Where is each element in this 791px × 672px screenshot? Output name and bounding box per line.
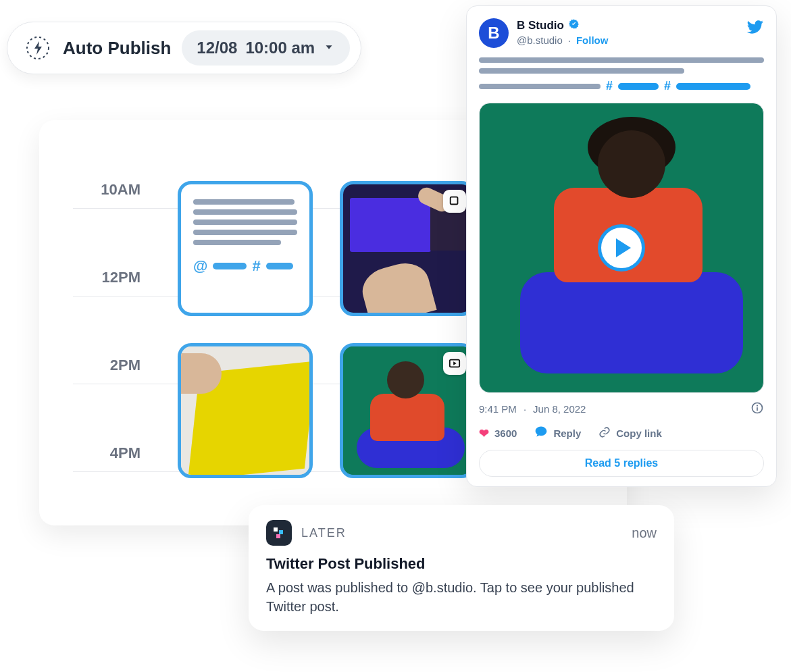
- reply-icon: [534, 425, 548, 442]
- tweet-author-name[interactable]: B Studio: [517, 19, 564, 32]
- schedule-selector[interactable]: 12/08 10:00 am: [182, 30, 350, 66]
- time-label: 2PM: [39, 357, 141, 374]
- svg-rect-5: [757, 407, 758, 411]
- toast-time: now: [632, 525, 657, 541]
- toast-title: Twitter Post Published: [266, 555, 657, 573]
- reply-label: Reply: [553, 428, 581, 439]
- tweet-date: Jun 8, 2022: [533, 403, 586, 415]
- later-app-icon: [266, 520, 292, 546]
- scheduled-post-image[interactable]: [340, 181, 475, 316]
- video-icon: [443, 352, 466, 375]
- hashtag-icon: #: [252, 257, 260, 275]
- heart-icon: ❤: [479, 426, 489, 441]
- svg-point-4: [757, 405, 758, 407]
- copy-link-button[interactable]: Copy link: [598, 426, 662, 441]
- schedule-time: 10:00 am: [245, 38, 315, 57]
- bolt-icon: [24, 34, 52, 62]
- tweet-handle[interactable]: @b.studio: [517, 34, 563, 46]
- link-icon: [598, 426, 611, 441]
- follow-link[interactable]: Follow: [576, 34, 609, 46]
- chevron-down-icon: [323, 38, 335, 57]
- time-label: 12PM: [39, 269, 141, 286]
- schedule-date: 12/08: [197, 38, 237, 57]
- verified-icon: [568, 18, 580, 33]
- twitter-icon: [746, 18, 764, 38]
- tweet-text: # #: [479, 57, 764, 93]
- auto-publish-label: Auto Publish: [63, 38, 171, 59]
- like-button[interactable]: ❤ 3600: [479, 426, 517, 441]
- copy-link-label: Copy link: [616, 428, 662, 439]
- hashtag-icon: #: [606, 79, 613, 93]
- play-icon[interactable]: [598, 224, 645, 272]
- svg-rect-1: [451, 197, 458, 205]
- toast-app-name: LATER: [301, 526, 347, 540]
- scheduled-post-image[interactable]: [178, 343, 313, 478]
- tweet-media[interactable]: [479, 103, 764, 393]
- tweet-time: 9:41 PM: [479, 403, 517, 415]
- scheduled-post-text[interactable]: @ #: [178, 181, 313, 316]
- hashtag-icon: #: [664, 79, 671, 93]
- scheduled-post-video[interactable]: [340, 343, 475, 478]
- auto-publish-pill: Auto Publish 12/08 10:00 am: [7, 22, 361, 74]
- read-replies-button[interactable]: Read 5 replies: [479, 450, 764, 477]
- tweet-card: B B Studio @b.studio · Follow # #: [466, 5, 777, 487]
- info-icon[interactable]: [750, 401, 764, 417]
- time-label: 4PM: [39, 444, 141, 462]
- avatar[interactable]: B: [479, 18, 509, 48]
- reply-button[interactable]: Reply: [534, 425, 581, 442]
- mention-icon: @: [193, 257, 207, 275]
- notification-toast[interactable]: LATER now Twitter Post Published A post …: [249, 505, 674, 631]
- time-label: 10AM: [39, 181, 141, 199]
- like-count: 3600: [494, 428, 517, 439]
- carousel-icon: [443, 190, 466, 213]
- toast-body: A post was published to @b.studio. Tap t…: [266, 578, 657, 616]
